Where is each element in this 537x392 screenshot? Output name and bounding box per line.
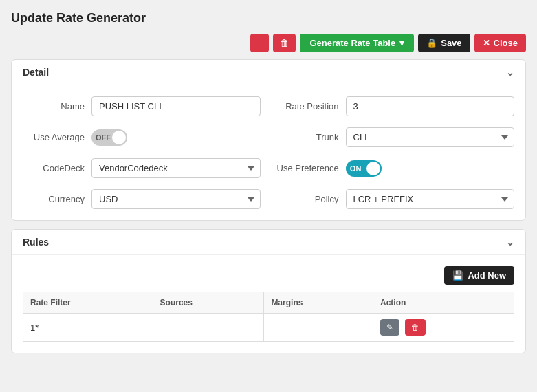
cell-rate-filter: 1* — [23, 314, 153, 342]
generate-rate-table-button[interactable]: Generate Rate Table ▾ — [300, 34, 414, 52]
x-icon: ✕ — [483, 38, 490, 48]
col-margins: Margins — [264, 292, 373, 314]
add-new-button[interactable]: 💾 Add New — [444, 266, 514, 285]
codedeck-label: CodeDeck — [23, 163, 85, 173]
policy-select[interactable]: LCR + PREFIX — [346, 189, 515, 209]
toolbar: − 🗑 Generate Rate Table ▾ 🔒 Save ✕ Close — [11, 34, 526, 52]
codedeck-row: CodeDeck VendorCodedeck — [23, 158, 261, 178]
use-preference-toggle[interactable]: ON — [346, 160, 382, 177]
cell-action: ✎ 🗑 — [373, 314, 514, 342]
name-row: Name — [23, 96, 261, 116]
currency-label: Currency — [23, 194, 85, 204]
rules-toolbar: 💾 Add New — [23, 266, 514, 285]
use-preference-row: Use Preference ON — [277, 158, 515, 178]
row-delete-button[interactable]: 🗑 — [405, 319, 426, 336]
table-row: 1* ✎ 🗑 — [23, 314, 514, 342]
toggle-on-knob — [366, 162, 380, 175]
close-button[interactable]: ✕ Close — [474, 34, 526, 52]
remove-icon: − — [257, 38, 263, 48]
currency-select[interactable]: USD — [91, 189, 261, 209]
detail-collapse-icon[interactable]: ⌄ — [506, 67, 514, 78]
trunk-label: Trunk — [277, 132, 339, 142]
col-sources: Sources — [153, 292, 264, 314]
detail-card-header: Detail ⌄ — [12, 60, 525, 85]
chevron-down-icon: ▾ — [399, 38, 404, 48]
cell-margins — [264, 314, 373, 342]
name-label: Name — [23, 101, 85, 111]
rate-position-row: Rate Position — [277, 96, 515, 116]
codedeck-select[interactable]: VendorCodedeck — [91, 158, 261, 178]
trunk-select[interactable]: CLI — [346, 127, 515, 147]
trunk-row: Trunk CLI — [277, 127, 515, 147]
lock-icon: 🔒 — [426, 38, 437, 48]
col-rate-filter: Rate Filter — [23, 292, 153, 314]
name-input[interactable] — [91, 96, 261, 116]
rate-position-input[interactable] — [346, 96, 515, 116]
rules-title: Rules — [23, 237, 49, 248]
rules-table-body: 1* ✎ 🗑 — [23, 314, 514, 342]
detail-title: Detail — [23, 67, 49, 78]
use-average-toggle-label: OFF — [96, 133, 111, 142]
generate-label: Generate Rate Table — [309, 38, 395, 48]
use-average-row: Use Average OFF — [23, 127, 261, 147]
cell-sources — [153, 314, 264, 342]
rules-card: Rules ⌄ 💾 Add New Rate Filter Sources Ma… — [11, 229, 526, 353]
policy-row: Policy LCR + PREFIX — [277, 189, 515, 209]
use-average-toggle[interactable]: OFF — [91, 129, 127, 146]
row-trash-icon: 🗑 — [411, 323, 419, 332]
rules-collapse-icon[interactable]: ⌄ — [506, 237, 514, 248]
row-edit-button[interactable]: ✎ — [380, 319, 399, 336]
detail-form-grid: Name Rate Position Use Average OFF — [23, 96, 514, 209]
trash-icon: 🗑 — [280, 38, 289, 48]
rules-card-body: 💾 Add New Rate Filter Sources Margins Ac… — [12, 255, 525, 353]
close-label: Close — [494, 38, 518, 48]
delete-button[interactable]: 🗑 — [273, 34, 296, 52]
add-new-label: Add New — [468, 270, 506, 281]
save-button[interactable]: 🔒 Save — [418, 34, 470, 52]
use-average-label: Use Average — [23, 132, 85, 142]
policy-label: Policy — [277, 194, 339, 204]
rules-table-header-row: Rate Filter Sources Margins Action — [23, 292, 514, 314]
use-preference-label: Use Preference — [277, 163, 339, 173]
rules-table-head: Rate Filter Sources Margins Action — [23, 292, 514, 314]
rate-position-label: Rate Position — [277, 101, 339, 111]
save-label: Save — [441, 38, 461, 48]
detail-card: Detail ⌄ Name Rate Position Use Average — [11, 59, 526, 221]
col-action: Action — [373, 292, 514, 314]
rules-table: Rate Filter Sources Margins Action 1* ✎ — [23, 292, 514, 342]
toggle-knob — [112, 131, 126, 144]
rules-card-header: Rules ⌄ — [12, 230, 525, 255]
page-title: Update Rate Generator — [11, 11, 526, 25]
add-icon: 💾 — [452, 270, 463, 281]
currency-row: Currency USD — [23, 189, 261, 209]
detail-card-body: Name Rate Position Use Average OFF — [12, 85, 525, 220]
use-preference-toggle-label: ON — [350, 164, 362, 173]
edit-icon: ✎ — [386, 323, 393, 332]
remove-button[interactable]: − — [250, 34, 270, 52]
